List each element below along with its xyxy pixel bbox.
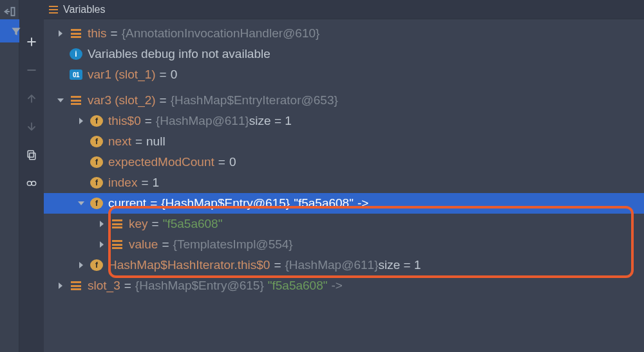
restore-layout-icon[interactable]: [3, 5, 16, 18]
var-value: {AnnotationInvocationHandler@610}: [122, 26, 320, 41]
svg-rect-0: [11, 8, 14, 16]
object-icon: [70, 279, 82, 292]
remove-watch-button[interactable]: [23, 62, 40, 79]
var-suffix: size = 1: [378, 258, 421, 272]
var-name: value: [129, 237, 158, 252]
panel-header: Variables: [44, 0, 644, 19]
var-value: 0: [229, 155, 236, 169]
info-icon: i: [70, 48, 82, 60]
expand-toggle[interactable]: [97, 219, 107, 229]
field-icon: f: [90, 198, 103, 209]
copy-button[interactable]: [23, 147, 40, 163]
tree-row-emc[interactable]: f expectedModCount = 0: [44, 152, 644, 172]
tree-row-current[interactable]: f current = {HashMap$Entry@615} "f5a5a60…: [44, 193, 644, 214]
var-value: 1: [153, 176, 160, 190]
move-down-button[interactable]: [23, 118, 40, 135]
tree-row-var1[interactable]: 01 var1 (slot_1) = 0: [44, 64, 644, 85]
expand-toggle[interactable]: [76, 198, 86, 208]
var-value: {HashMap@611}: [156, 114, 249, 128]
equals-sign: =: [111, 26, 118, 41]
expand-toggle[interactable]: [76, 116, 86, 126]
field-icon: f: [90, 115, 103, 127]
var-name: this: [88, 26, 107, 41]
var-name: var1 (slot_1): [88, 68, 156, 82]
expand-toggle[interactable]: [55, 281, 66, 291]
svg-rect-2: [28, 151, 33, 157]
var-name: slot_3: [88, 279, 120, 293]
var-value: {HashMap$Entry@615}: [161, 196, 290, 210]
variables-tree[interactable]: this = {AnnotationInvocationHandler@610}…: [44, 19, 644, 352]
object-icon: [111, 218, 124, 230]
variables-panel-icon: [49, 6, 58, 14]
var-value: {TemplatesImpl@554}: [173, 237, 293, 252]
var-string: "f5a5a608": [268, 279, 328, 293]
var-value: {HashMap@611}: [285, 258, 378, 272]
var-suffix: size = 1: [249, 114, 292, 128]
tree-row-slot3[interactable]: slot_3 = {HashMap$Entry@615} "f5a5a608" …: [44, 275, 644, 296]
expand-toggle[interactable]: [55, 28, 66, 39]
tree-row-info: i Variables debug info not available: [44, 44, 644, 64]
expand-toggle[interactable]: [76, 260, 86, 270]
tree-row-hhi[interactable]: f HashMap$HashIterator.this$0 = {HashMap…: [44, 255, 644, 275]
info-label: Variables debug info not available: [88, 47, 270, 61]
var-name: this$0: [108, 114, 141, 128]
expand-toggle[interactable]: [97, 239, 107, 250]
tree-row-value[interactable]: value = {TemplatesImpl@554}: [44, 234, 644, 255]
var-name: HashMap$HashIterator.this$0: [108, 258, 270, 272]
tree-row-this0[interactable]: f this$0 = {HashMap@611} size = 1: [44, 111, 644, 131]
var-name: current: [108, 196, 146, 210]
arrow-tail: ->: [357, 196, 368, 210]
svg-point-3: [27, 181, 32, 186]
object-icon: [70, 94, 82, 107]
side-toolbar: [19, 0, 44, 352]
var-name: var3 (slot_2): [88, 93, 156, 107]
expand-toggle[interactable]: [55, 95, 66, 106]
field-icon: f: [90, 136, 103, 147]
arrow-tail: ->: [331, 279, 342, 293]
tree-row-var3[interactable]: var3 (slot_2) = {HashMap$EntryIterator@6…: [44, 90, 644, 111]
var-name: index: [108, 176, 137, 190]
var-value: null: [146, 134, 166, 149]
left-gutter: [0, 0, 19, 352]
svg-point-4: [32, 181, 36, 186]
primitive-icon: 01: [70, 69, 82, 80]
svg-rect-1: [30, 153, 35, 160]
add-watch-button[interactable]: [23, 33, 40, 50]
var-value: "f5a5a608": [163, 217, 223, 231]
tree-row-key[interactable]: key = "f5a5a608": [44, 214, 644, 234]
move-up-button[interactable]: [23, 90, 40, 107]
var-name: key: [129, 217, 148, 231]
var-name: next: [108, 134, 131, 149]
var-value: {HashMap$EntryIterator@653}: [171, 93, 338, 107]
tree-row-this[interactable]: this = {AnnotationInvocationHandler@610}: [44, 23, 644, 44]
panel-title: Variables: [63, 4, 106, 15]
field-icon: f: [90, 177, 103, 189]
show-watches-button[interactable]: [23, 175, 40, 192]
filter-button[interactable]: [8, 23, 24, 40]
var-value: {HashMap$Entry@615}: [135, 279, 264, 293]
object-icon: [70, 27, 82, 40]
field-icon: f: [90, 156, 103, 168]
tree-row-next[interactable]: f next = null: [44, 131, 644, 152]
tree-row-index[interactable]: f index = 1: [44, 172, 644, 193]
var-string: "f5a5a608": [294, 196, 354, 210]
field-icon: f: [90, 259, 103, 271]
var-name: expectedModCount: [108, 155, 214, 169]
object-icon: [111, 238, 124, 251]
var-value: 0: [171, 68, 178, 82]
